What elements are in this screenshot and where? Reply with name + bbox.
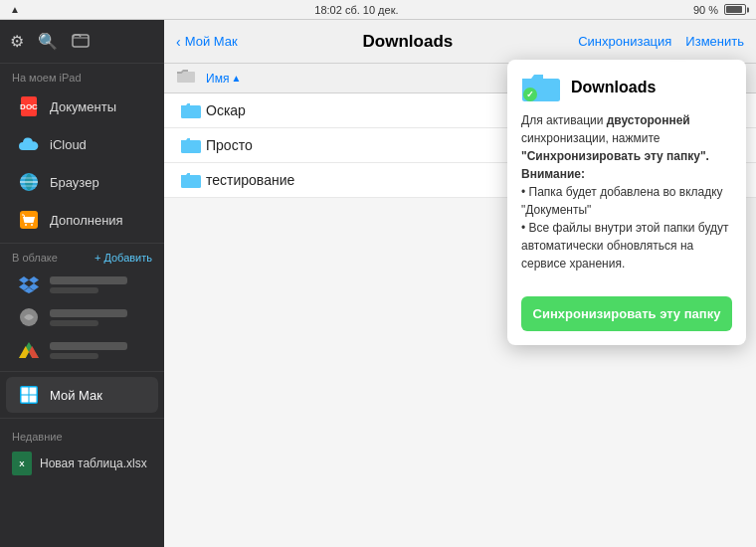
gdrive-icon xyxy=(18,339,40,361)
top-bar: ‹ Мой Мак Downloads Синхронизация Измени… xyxy=(164,20,756,64)
svg-text:DOC: DOC xyxy=(20,102,38,111)
dropbox-icon xyxy=(18,274,40,295)
sidebar-toolbar: ⚙ 🔍 xyxy=(0,20,164,64)
cloud-item-dropbox[interactable] xyxy=(6,269,158,300)
sync-button[interactable]: Синхронизация xyxy=(578,34,671,49)
check-icon: ✓ xyxy=(523,88,537,101)
popup-description: Для активации двусторонней синхронизации… xyxy=(521,111,732,273)
sidebar-item-documents[interactable]: DOC Документы xyxy=(6,89,158,124)
folder-icon xyxy=(176,171,206,189)
browser-icon xyxy=(18,171,40,193)
folder-col-spacer xyxy=(176,69,206,88)
popup-header: ✓ Downloads xyxy=(507,60,746,111)
doc-icon: DOC xyxy=(18,95,40,117)
svg-rect-15 xyxy=(181,105,201,118)
svg-point-5 xyxy=(25,224,27,226)
sidebar-item-browser[interactable]: Браузер xyxy=(6,164,158,200)
back-label: Мой Мак xyxy=(185,34,238,49)
documents-label: Документы xyxy=(50,99,116,114)
service2-icon xyxy=(18,306,40,328)
svg-rect-14 xyxy=(177,72,195,83)
mon-mac-section: Мой Мак xyxy=(0,371,164,414)
svg-rect-13 xyxy=(30,396,37,403)
cloud-section-label: В облаке xyxy=(12,252,58,264)
sync-popup: ✓ Downloads Для активации двусторонней с… xyxy=(507,60,746,345)
icloud-label: iCloud xyxy=(50,137,87,152)
status-left: ▲ xyxy=(10,4,20,15)
back-arrow-icon: ‹ xyxy=(176,34,181,50)
cloud-section: В облаке + Добавить xyxy=(0,243,164,367)
on-ipad-label: На моем iPad xyxy=(0,64,164,88)
status-bar: ▲ 18:02 сб. 10 дек. 90 % xyxy=(0,0,756,20)
cloud-item-service2[interactable] xyxy=(6,301,158,333)
folder-icon xyxy=(176,101,206,119)
svg-rect-16 xyxy=(181,140,201,153)
recent-section: Недавние X Новая таблица.xlsx xyxy=(0,418,164,480)
additions-label: Дополнения xyxy=(50,213,123,228)
main-content: ‹ Мой Мак Downloads Синхронизация Измени… xyxy=(164,20,756,547)
sidebar-item-additions[interactable]: Дополнения xyxy=(6,202,158,238)
icloud-icon xyxy=(18,133,40,155)
folder-new-button[interactable] xyxy=(72,31,90,53)
recent-file-item[interactable]: X Новая таблица.xlsx xyxy=(0,447,164,480)
status-time: 18:02 сб. 10 дек. xyxy=(314,4,398,16)
back-button[interactable]: ‹ Мой Мак xyxy=(176,34,238,50)
cart-icon xyxy=(18,209,40,231)
popup-folder-title: Downloads xyxy=(571,79,656,96)
svg-rect-17 xyxy=(181,175,201,188)
svg-rect-12 xyxy=(22,396,29,403)
windows-icon xyxy=(18,384,40,406)
popup-sync-button[interactable]: Синхронизировать эту папку xyxy=(521,296,732,331)
cloud-item-service2-info xyxy=(50,309,146,326)
search-button[interactable]: 🔍 xyxy=(38,32,58,51)
page-title: Downloads xyxy=(248,32,569,52)
sidebar: ⚙ 🔍 На моем iPad DOC Документы xyxy=(0,20,164,547)
cloud-item-gdrive-info xyxy=(50,342,146,359)
sort-arrow-icon: ▲ xyxy=(231,73,241,84)
cloud-item-gdrive[interactable] xyxy=(6,334,158,366)
status-right: 90 % xyxy=(693,4,746,16)
add-cloud-button[interactable]: + Добавить xyxy=(94,252,152,264)
edit-button[interactable]: Изменить xyxy=(685,34,744,49)
mon-mac-label: Мой Мак xyxy=(50,388,102,403)
folder-icon xyxy=(176,136,206,154)
popup-folder-icon: ✓ xyxy=(521,72,561,103)
browser-label: Браузер xyxy=(50,175,99,190)
cloud-section-header: В облаке + Добавить xyxy=(0,248,164,268)
sidebar-item-mon-mac[interactable]: Мой Мак xyxy=(6,377,158,413)
battery-icon xyxy=(724,4,746,15)
sidebar-item-icloud[interactable]: iCloud xyxy=(6,126,158,162)
svg-rect-11 xyxy=(30,388,37,395)
cloud-item-dropbox-info xyxy=(50,276,146,293)
settings-button[interactable]: ⚙ xyxy=(10,32,24,51)
popup-body: Для активации двусторонней синхронизации… xyxy=(507,111,746,286)
recent-label: Недавние xyxy=(0,423,164,447)
app-container: ⚙ 🔍 На моем iPad DOC Документы xyxy=(0,20,756,547)
top-bar-actions: Синхронизация Изменить xyxy=(578,34,744,49)
svg-point-6 xyxy=(31,224,33,226)
xlsx-icon: X xyxy=(12,452,32,475)
svg-rect-10 xyxy=(22,388,29,395)
wifi-icon: ▲ xyxy=(10,4,20,15)
battery-percent: 90 % xyxy=(693,4,718,16)
recent-file-name: Новая таблица.xlsx xyxy=(40,456,147,470)
